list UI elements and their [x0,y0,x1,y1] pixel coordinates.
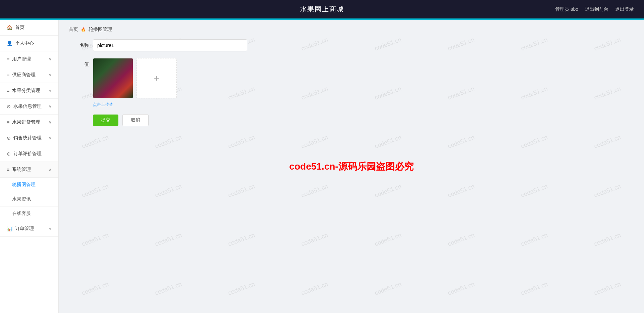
add-image-button[interactable]: + [137,58,177,98]
sidebar-item-label: 销售统计管理 [13,135,42,141]
sidebar-item-personal[interactable]: 👤 个人中心 [0,36,58,51]
chevron-down-icon: ∨ [49,57,52,61]
sidebar: 🏠 首页 👤 个人中心 ≡ 用户管理 ∨ ≡ 供应商管理 ∨ ≡ 水果分类管理 … [0,20,59,313]
chevron-down-icon: ∨ [49,104,52,109]
breadcrumb-home[interactable]: 首页 [69,27,78,33]
sidebar-item-label: 订单管理 [15,226,34,232]
sidebar-item-label: 水果信息管理 [13,103,42,109]
sidebar-item-label: 水果进货管理 [12,119,40,125]
sidebar-item-label: 水果分类管理 [12,88,40,94]
sidebar-item-online-service[interactable]: 在线客服 [0,207,58,221]
cancel-button[interactable]: 取消 [122,114,149,126]
logout-link[interactable]: 退出登录 [615,6,634,12]
sidebar-item-label: 个人中心 [15,40,34,46]
circle-icon: ⊙ [7,104,11,109]
sidebar-item-user-mgmt[interactable]: ≡ 用户管理 ∨ [0,51,58,67]
menu-icon: ≡ [7,72,9,78]
circle-icon: ⊙ [7,135,11,141]
menu-icon: ≡ [7,120,9,125]
sidebar-item-fruit-stock[interactable]: ≡ 水果进货管理 ∨ [0,115,58,130]
sidebar-item-fruit-category[interactable]: ≡ 水果分类管理 ∨ [0,83,58,99]
goto-frontend-link[interactable]: 退出到前台 [585,6,608,12]
form-section: 名称 值 + 点击上传值 [69,39,634,126]
menu-icon: ≡ [7,56,9,62]
sidebar-item-label: 首页 [15,25,24,31]
form-row-name: 名称 [69,39,634,51]
value-label: 值 [69,58,89,68]
sidebar-item-home[interactable]: 🏠 首页 [0,20,58,36]
breadcrumb-current: 轮播图管理 [89,27,112,33]
sidebar-item-supplier-mgmt[interactable]: ≡ 供应商管理 ∨ [0,67,58,83]
chevron-down-icon: ∨ [49,88,52,93]
breadcrumb: 首页 🔥 轮播图管理 [69,27,634,33]
sidebar-sub-item-label: 在线客服 [12,211,31,217]
chevron-down-icon: ∨ [49,73,52,77]
image-area: + [93,58,177,98]
menu-icon: ≡ [7,167,9,172]
menu-icon: ≡ [7,88,9,93]
header-right: 管理员 abo 退出到前台 退出登录 [555,6,634,12]
sidebar-item-label: 用户管理 [12,56,31,62]
chevron-up-icon: ∧ [49,167,52,172]
center-watermark-text: code51.cn-源码乐园盗图必究 [289,160,413,173]
content-area: 首页 🔥 轮播图管理 名称 值 + [59,20,644,133]
breadcrumb-separator: 🔥 [81,27,86,32]
sidebar-item-label: 供应商管理 [12,72,36,78]
preview-image [93,58,133,98]
circle-icon: ⊙ [7,151,11,156]
sidebar-sub-item-label: 水果资讯 [12,196,31,202]
personal-icon: 👤 [7,41,12,46]
sidebar-item-fruit-info[interactable]: ⊙ 水果信息管理 ∨ [0,99,58,115]
header: 水果网上商城 管理员 abo 退出到前台 退出登录 [0,0,644,18]
home-icon: 🏠 [7,25,12,30]
admin-label: 管理员 abo [555,6,578,12]
chevron-down-icon: ∨ [49,226,52,231]
submit-button[interactable]: 提交 [93,115,118,126]
button-row: 提交 取消 [69,114,634,126]
sidebar-item-order-mgmt[interactable]: 📊 订单管理 ∨ [0,221,58,237]
sidebar-item-sales-stats[interactable]: ⊙ 销售统计管理 ∨ [0,130,58,146]
sidebar-sub-item-label: 轮播图管理 [12,182,36,188]
upload-hint-row: 点击上传值 [69,102,634,107]
name-input[interactable] [93,39,247,51]
sidebar-item-order-review[interactable]: ⊙ 订单评价管理 [0,146,58,162]
sidebar-item-label: 订单评价管理 [13,151,42,157]
chart-icon: 📊 [7,226,12,231]
main-layout: 🏠 首页 👤 个人中心 ≡ 用户管理 ∨ ≡ 供应商管理 ∨ ≡ 水果分类管理 … [0,20,644,313]
name-label: 名称 [69,42,89,48]
chevron-down-icon: ∨ [49,136,52,140]
sidebar-item-banner-mgmt[interactable]: 轮播图管理 [0,178,58,192]
image-upload-row: 值 + [69,58,634,98]
chevron-down-icon: ∨ [49,120,52,125]
upload-hint-text[interactable]: 点击上传值 [93,102,113,107]
header-title: 水果网上商城 [300,5,344,14]
sidebar-item-fruit-news[interactable]: 水果资讯 [0,192,58,207]
watermark-container: code51.cn code51.cn code51.cn code51.cn … [59,20,644,313]
sidebar-item-system-mgmt[interactable]: ≡ 系统管理 ∧ [0,162,58,178]
sidebar-item-label: 系统管理 [12,167,31,173]
image-preview [93,58,133,98]
